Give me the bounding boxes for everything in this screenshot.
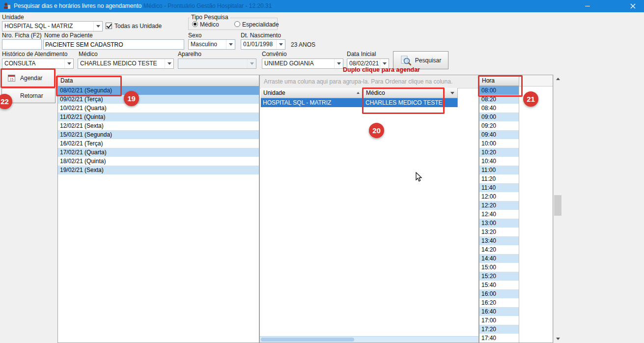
- time-row[interactable]: 12:40: [479, 210, 519, 219]
- time-row[interactable]: 09:40: [479, 130, 519, 139]
- time-row[interactable]: 15:40: [479, 281, 519, 289]
- date-row[interactable]: 11/02/21 (Quinta): [58, 113, 259, 121]
- scroll-down-icon[interactable]: [554, 335, 562, 343]
- time-row[interactable]: 08:40: [479, 104, 519, 113]
- time-row[interactable]: 13:20: [479, 228, 519, 236]
- date-row[interactable]: 08/02/21 (Segunda): [58, 86, 259, 95]
- todas-unidade-checkbox[interactable]: [106, 23, 112, 29]
- time-row[interactable]: 10:20: [479, 148, 519, 157]
- nascimento-label: Dt. Nascimento: [241, 32, 281, 39]
- vertical-scrollbar[interactable]: [553, 75, 562, 343]
- historico-select[interactable]: CONSULTA: [2, 58, 74, 69]
- paciente-input[interactable]: [43, 39, 184, 50]
- convenio-select[interactable]: UNIMED GOIANIA: [262, 58, 343, 69]
- time-row[interactable]: 14:40: [479, 254, 519, 263]
- dropdown-icon[interactable]: [226, 40, 235, 49]
- result-header-row: Unidade Médico: [261, 88, 458, 98]
- time-row[interactable]: 08:00: [479, 86, 519, 95]
- date-row[interactable]: 17/02/21 (Quarta): [58, 148, 259, 157]
- agendar-button[interactable]: 15 Agendar: [1, 69, 56, 87]
- filter-dropdown-icon[interactable]: [448, 89, 456, 97]
- time-row[interactable]: 11:00: [479, 166, 519, 174]
- dropdown-icon[interactable]: [93, 22, 102, 31]
- minimize-icon: [585, 6, 590, 7]
- nascimento-datepicker[interactable]: 01/01/1998: [241, 39, 285, 50]
- medico-column-label: Médico: [366, 89, 385, 96]
- tipo-especialidade-radio[interactable]: [234, 21, 240, 27]
- unidade-label: Unidade: [2, 14, 24, 21]
- tipo-medico-radio[interactable]: [192, 21, 198, 27]
- sexo-select[interactable]: Masculino: [188, 39, 235, 50]
- date-row[interactable]: 19/02/21 (Sexta): [58, 166, 259, 174]
- horizontal-scrollbar-thumb[interactable]: [261, 338, 354, 342]
- horizontal-scrollbar[interactable]: [260, 336, 478, 343]
- time-row[interactable]: 13:00: [479, 219, 519, 228]
- convenio-value: UNIMED GOIANIA: [264, 59, 334, 68]
- app-icon: [3, 2, 11, 10]
- date-row[interactable]: 15/02/21 (Segunda): [58, 130, 259, 139]
- time-row[interactable]: 10:40: [479, 157, 519, 166]
- vertical-scrollbar-thumb[interactable]: [554, 195, 561, 216]
- time-row[interactable]: 10:00: [479, 139, 519, 148]
- close-button[interactable]: [621, 0, 644, 12]
- tipo-medico-label: Médico: [200, 21, 219, 28]
- time-row[interactable]: 15:20: [479, 272, 519, 281]
- calendar-icon: 15: [8, 74, 16, 82]
- unidade-select[interactable]: HOSPITAL SQL - MATRIZ: [2, 21, 103, 31]
- time-row[interactable]: 13:40: [479, 236, 519, 245]
- dropdown-icon[interactable]: [165, 59, 173, 68]
- medico-select[interactable]: CHARLLES MEDICO TESTE: [78, 58, 174, 69]
- time-row[interactable]: 08:20: [479, 95, 519, 104]
- time-row[interactable]: 17:40: [479, 334, 519, 343]
- titlebar: Pesquisar dias e horários livres no agen…: [0, 0, 644, 12]
- time-row[interactable]: 09:00: [479, 113, 519, 121]
- hora-header-filler: [519, 75, 553, 86]
- time-row[interactable]: 17:00: [479, 316, 519, 325]
- close-icon: [630, 3, 636, 9]
- result-row[interactable]: HOSPITAL SQL - MATRIZ CHARLLES MEDICO TE…: [261, 98, 458, 107]
- time-row[interactable]: 11:40: [479, 183, 519, 192]
- minimize-button[interactable]: [576, 0, 599, 12]
- annotation-badge-21: 21: [523, 91, 538, 107]
- data-inicial-label: Data Inicial: [347, 51, 376, 57]
- svg-text:15: 15: [10, 78, 14, 81]
- result-unidade-cell: HOSPITAL SQL - MATRIZ: [261, 98, 364, 107]
- time-row[interactable]: 12:00: [479, 192, 519, 201]
- medico-value: CHARLLES MEDICO TESTE: [80, 59, 165, 68]
- todas-unidade-label: Todas as Unidade: [114, 23, 162, 29]
- tipo-especialidade-label: Especialidade: [242, 21, 279, 28]
- idade-text: 23 ANOS: [291, 41, 315, 48]
- medico-column-header[interactable]: Médico: [364, 88, 458, 98]
- time-row[interactable]: 14:20: [479, 245, 519, 254]
- app-window: Pesquisar dias e horários livres no agen…: [0, 0, 644, 343]
- scroll-up-icon[interactable]: [554, 75, 562, 83]
- dropdown-icon[interactable]: [276, 40, 285, 49]
- background-window-title: Médico - Prontuário Gestão Hospitalar - …: [143, 0, 272, 12]
- time-row[interactable]: 12:20: [479, 201, 519, 210]
- date-row[interactable]: 09/02/21 (Terça): [58, 95, 259, 104]
- date-column-header[interactable]: Data: [58, 75, 259, 86]
- unidade-column-header[interactable]: Unidade: [261, 88, 364, 98]
- date-row[interactable]: 12/02/21 (Sexta): [58, 121, 259, 130]
- ficha-label: Nro. Ficha (F2): [2, 32, 42, 39]
- aparelho-label: Aparelho: [178, 51, 201, 57]
- time-row[interactable]: 15:00: [479, 263, 519, 272]
- ficha-input[interactable]: [2, 39, 42, 50]
- time-row[interactable]: 16:00: [479, 289, 519, 298]
- time-row[interactable]: 16:40: [479, 307, 519, 316]
- group-by-panel[interactable]: Arraste uma coluna aqui para agrupa-la. …: [260, 75, 478, 88]
- nascimento-value: 01/01/1998: [243, 40, 276, 49]
- time-row[interactable]: 09:20: [479, 121, 519, 130]
- annotation-badge-22: 22: [0, 94, 12, 109]
- dropdown-icon[interactable]: [334, 59, 343, 68]
- date-row[interactable]: 18/02/21 (Quinta): [58, 157, 259, 166]
- dropdown-icon[interactable]: [64, 59, 73, 68]
- hora-column-header[interactable]: Hora: [479, 75, 519, 86]
- date-row[interactable]: 16/02/21 (Terça): [58, 139, 259, 148]
- date-row[interactable]: 10/02/21 (Quarta): [58, 104, 259, 113]
- sexo-label: Sexo: [188, 32, 201, 39]
- agendar-label: Agendar: [20, 75, 42, 82]
- time-row[interactable]: 11:20: [479, 174, 519, 183]
- time-row[interactable]: 17:20: [479, 325, 519, 334]
- time-row[interactable]: 16:20: [479, 298, 519, 307]
